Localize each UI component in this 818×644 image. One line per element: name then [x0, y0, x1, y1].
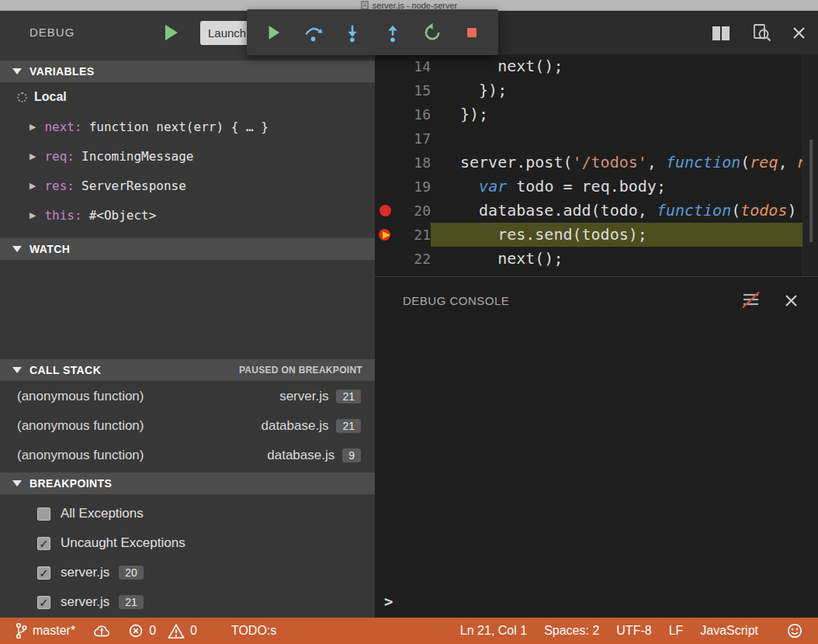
breakpoint-checkbox[interactable]: ✓: [37, 566, 50, 580]
start-debug-button[interactable]: [165, 25, 178, 40]
breakpoint-gutter[interactable]: [375, 247, 395, 271]
breakpoint-checkbox[interactable]: [37, 507, 50, 521]
variable-value: function next(err) { … }: [89, 119, 269, 134]
scope-row[interactable]: Local: [0, 82, 375, 112]
open-preview-icon: [751, 23, 772, 43]
code-token: function: [666, 153, 740, 171]
code-text[interactable]: next();: [431, 54, 802, 78]
clear-console-button[interactable]: [741, 291, 761, 310]
scope-icon: [17, 92, 27, 102]
step-into-button[interactable]: [339, 19, 366, 46]
expand-icon[interactable]: ▶: [29, 210, 36, 220]
code-text[interactable]: database.add(todo, function(todos): [431, 199, 802, 223]
callstack-section-header[interactable]: CALL STACK PAUSED ON BREAKPOINT: [0, 359, 375, 381]
code-line: 22 next();: [375, 247, 802, 271]
variable-name: next:: [44, 119, 81, 134]
code-text[interactable]: });: [431, 102, 802, 126]
breakpoint-gutter[interactable]: [375, 175, 395, 199]
stack-frame-row[interactable]: (anonymous function)server.js21: [0, 382, 375, 411]
code-text[interactable]: next();: [431, 247, 802, 271]
variable-row[interactable]: ▶req:IncomingMessage: [0, 141, 375, 171]
variable-name: req:: [44, 149, 75, 164]
scrollbar-thumb[interactable]: [809, 140, 813, 242]
code-editor[interactable]: 14 next();15 });16});1718server.post('/t…: [375, 54, 802, 276]
restart-button[interactable]: [419, 19, 445, 46]
open-preview-button[interactable]: [751, 23, 772, 43]
window-title: server.js - node-server: [373, 1, 457, 10]
frame-line-badge: 21: [336, 419, 361, 433]
variable-row[interactable]: ▶res:ServerResponse: [0, 171, 375, 200]
expand-icon[interactable]: ▶: [29, 151, 36, 161]
cursor-position-item[interactable]: Ln 21, Col 1: [452, 618, 536, 644]
editor-scrollbar[interactable]: [802, 54, 818, 276]
problems-item[interactable]: 0 0: [120, 618, 206, 644]
step-over-icon: [303, 23, 323, 43]
variable-row[interactable]: ▶this:#<Object>: [0, 200, 375, 230]
breakpoint-row[interactable]: ✓Uncaught Exceptions: [0, 528, 375, 558]
expand-icon[interactable]: ▶: [29, 122, 36, 132]
debug-sidebar: DEBUG Launch VARIABLES Local ▶next:funct…: [0, 11, 375, 618]
breakpoints-section-header[interactable]: BREAKPOINTS: [0, 473, 375, 494]
breakpoint-row[interactable]: ✓server.js21: [0, 587, 375, 617]
breakpoint-gutter[interactable]: [375, 151, 395, 175]
continue-button[interactable]: [260, 19, 286, 46]
breakpoint-row[interactable]: ✓server.js20: [0, 558, 375, 587]
line-number: 17: [395, 126, 431, 151]
indentation-item[interactable]: Spaces: 2: [536, 618, 608, 644]
breakpoint-checkbox[interactable]: ✓: [37, 537, 50, 550]
frame-line-badge: 21: [336, 390, 361, 403]
clear-console-icon: [741, 291, 761, 310]
breakpoint-icon: [380, 205, 391, 216]
code-text[interactable]: server.post('/todos', function(req, r: [431, 151, 802, 175]
line-number: 22: [395, 247, 431, 271]
stack-frame-row[interactable]: (anonymous function)database.js9: [0, 441, 375, 470]
line-number: 16: [395, 102, 431, 126]
close-console-button[interactable]: [785, 294, 798, 307]
line-number: 18: [395, 151, 431, 175]
git-branch-item[interactable]: master*: [6, 618, 84, 644]
breakpoint-gutter[interactable]: [375, 54, 395, 78]
collapse-icon[interactable]: [12, 246, 22, 252]
breakpoint-checkbox[interactable]: ✓: [37, 596, 50, 609]
language-item[interactable]: JavaScript: [691, 618, 767, 644]
code-token: ): [787, 201, 796, 220]
todo-item[interactable]: TODO:s: [223, 618, 285, 644]
code-text[interactable]: });: [431, 271, 802, 276]
code-text[interactable]: });: [431, 78, 802, 102]
indentation-label: Spaces: 2: [544, 624, 599, 638]
collapse-icon[interactable]: [12, 480, 22, 486]
encoding-item[interactable]: UTF-8: [608, 618, 660, 644]
breakpoint-gutter[interactable]: [375, 126, 395, 151]
close-editor-button[interactable]: [792, 26, 806, 40]
code-text[interactable]: var todo = req.body;: [431, 175, 802, 199]
line-number: 21: [395, 223, 431, 247]
feedback-item[interactable]: [778, 618, 812, 644]
warnings-icon: [168, 623, 185, 639]
stop-button[interactable]: [459, 19, 485, 46]
step-out-button[interactable]: [380, 19, 406, 46]
breakpoint-gutter[interactable]: [375, 223, 395, 247]
stack-frame-row[interactable]: (anonymous function)database.js21: [0, 411, 375, 441]
eol-item[interactable]: LF: [660, 618, 692, 644]
breakpoint-row[interactable]: All Exceptions: [0, 499, 375, 528]
expand-icon[interactable]: ▶: [29, 181, 36, 191]
code-text[interactable]: [431, 126, 802, 151]
collapse-icon[interactable]: [12, 68, 22, 74]
code-token: r: [797, 153, 802, 171]
line-number: 14: [395, 54, 431, 78]
breakpoint-label: server.js: [61, 565, 109, 580]
split-editor-button[interactable]: [711, 25, 731, 42]
console-prompt[interactable]: >: [384, 593, 393, 610]
breakpoint-gutter[interactable]: [375, 199, 395, 223]
watch-section-header[interactable]: WATCH: [0, 238, 375, 260]
variable-row[interactable]: ▶next:function next(err) { … }: [0, 112, 375, 141]
breakpoint-line-badge: 21: [119, 595, 144, 609]
sync-item[interactable]: [84, 618, 120, 644]
breakpoint-gutter[interactable]: [375, 102, 395, 126]
breakpoint-gutter[interactable]: [375, 78, 395, 102]
step-over-button[interactable]: [300, 19, 326, 46]
collapse-icon[interactable]: [12, 367, 22, 373]
breakpoint-gutter[interactable]: [375, 271, 395, 276]
variables-section-header[interactable]: VARIABLES: [0, 61, 375, 82]
code-text[interactable]: res.send(todos);: [431, 223, 802, 247]
